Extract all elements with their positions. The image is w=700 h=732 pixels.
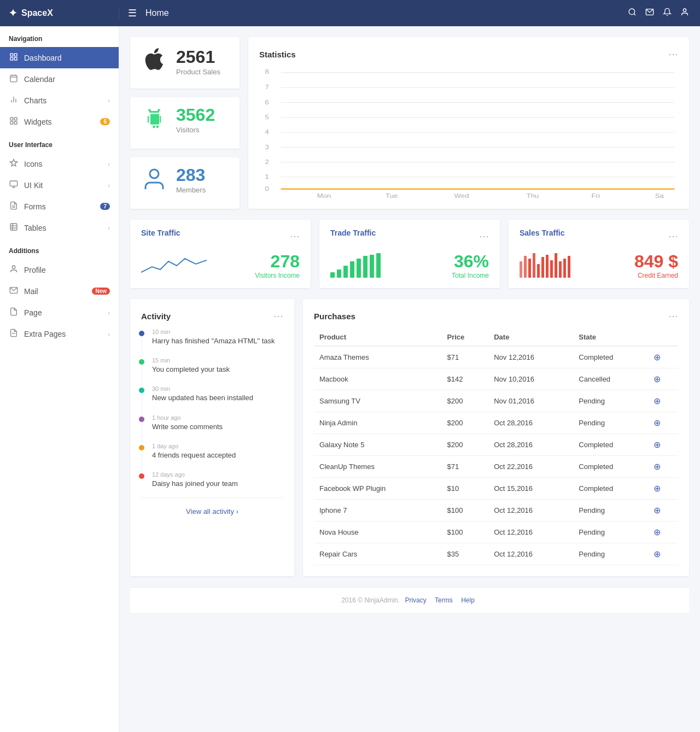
svg-rect-59	[337, 270, 341, 278]
timeline-dot	[139, 473, 144, 479]
site-traffic-content: 278 Visitors Income	[141, 250, 300, 279]
svg-point-29	[12, 266, 15, 268]
col-price: Price	[442, 329, 489, 346]
add-icon[interactable]: ⊕	[654, 374, 661, 384]
android-value: 3562	[176, 106, 215, 124]
mail-icon[interactable]	[645, 8, 654, 19]
col-date: Date	[488, 329, 573, 346]
cell-product: Samsung TV	[314, 390, 442, 412]
add-icon[interactable]: ⊕	[654, 396, 661, 406]
icons-arrow-icon: ›	[108, 161, 110, 167]
menu-toggle-button[interactable]: ☰	[119, 7, 145, 19]
svg-marker-19	[10, 159, 17, 166]
cell-action[interactable]: ⊕	[648, 543, 678, 565]
sidebar-item-icons[interactable]: Icons ›	[0, 153, 119, 174]
timeline-text: 4 friends request accepted	[152, 450, 283, 460]
timeline-time: 1 hour ago	[152, 414, 283, 421]
svg-rect-7	[14, 57, 17, 60]
add-icon[interactable]: ⊕	[654, 484, 661, 493]
cell-action[interactable]: ⊕	[648, 390, 678, 412]
sidebar-item-profile-label: Profile	[24, 266, 110, 274]
bell-icon[interactable]	[663, 8, 672, 19]
mail-sidebar-icon	[9, 286, 19, 296]
cell-action[interactable]: ⊕	[648, 346, 678, 368]
sidebar-item-tables-label: Tables	[24, 224, 102, 232]
mail-badge: New	[92, 288, 110, 295]
sidebar-item-dashboard-label: Dashboard	[24, 54, 110, 62]
user-label: Members	[176, 186, 206, 194]
sidebar-item-tables[interactable]: Tables ›	[0, 217, 119, 238]
add-icon[interactable]: ⊕	[654, 418, 661, 428]
add-icon[interactable]: ⊕	[654, 528, 661, 537]
top-bar: ✦ SpaceX ☰ Home	[0, 0, 700, 26]
sidebar-item-uikit[interactable]: UI Kit ›	[0, 174, 119, 196]
cell-price: $100	[442, 522, 489, 543]
sidebar-item-charts[interactable]: Charts ›	[0, 90, 119, 111]
cell-state: Pending	[573, 390, 648, 412]
svg-rect-71	[541, 257, 544, 278]
footer: 2016 © NinjaAdmin. Privacy Terms Help	[130, 587, 689, 613]
svg-text:Mon: Mon	[317, 192, 331, 198]
add-icon[interactable]: ⊕	[654, 506, 661, 515]
search-icon[interactable]	[628, 8, 637, 19]
table-header-row: Product Price Date State	[314, 329, 678, 346]
svg-text:Fri: Fri	[592, 192, 600, 198]
cell-action[interactable]: ⊕	[648, 368, 678, 390]
sidebar-item-forms[interactable]: Forms 7	[0, 196, 119, 217]
cell-date: Nov 12,2016	[488, 346, 573, 368]
footer-help-link[interactable]: Help	[461, 596, 475, 604]
uikit-arrow-icon: ›	[108, 182, 110, 189]
add-icon[interactable]: ⊕	[654, 353, 661, 362]
add-icon[interactable]: ⊕	[654, 549, 661, 559]
bottom-row: Activity ⋯ 10 min Harry has finished "Am…	[130, 299, 689, 576]
cell-action[interactable]: ⊕	[648, 456, 678, 478]
trade-traffic-sub: Total Income	[452, 272, 489, 279]
footer-terms-link[interactable]: Terms	[435, 596, 453, 604]
trade-traffic-menu-button[interactable]: ⋯	[479, 230, 489, 242]
sidebar-item-icons-label: Icons	[24, 160, 102, 168]
cell-date: Oct 12,2016	[488, 522, 573, 543]
cell-price: $71	[442, 346, 489, 368]
user-icon[interactable]	[680, 8, 689, 19]
tables-icon	[9, 222, 19, 233]
timeline-text: Write some comments	[152, 422, 283, 432]
page-arrow-icon: ›	[108, 309, 110, 316]
add-icon[interactable]: ⊕	[654, 462, 661, 471]
timeline-time: 15 min	[152, 357, 283, 364]
statistics-menu-button[interactable]: ⋯	[668, 48, 678, 60]
cell-action[interactable]: ⊕	[648, 522, 678, 543]
sidebar-item-widgets[interactable]: Widgets 6	[0, 111, 119, 132]
add-icon[interactable]: ⊕	[654, 440, 661, 449]
sidebar-item-calendar[interactable]: Calendar	[0, 68, 119, 90]
user-stat-icon	[141, 166, 167, 194]
footer-privacy-link[interactable]: Privacy	[405, 596, 426, 604]
view-all-link[interactable]: View all activity ›	[186, 507, 238, 516]
cell-price: $200	[442, 390, 489, 412]
sidebar-item-page[interactable]: Page ›	[0, 302, 119, 323]
activity-menu-button[interactable]: ⋯	[273, 310, 283, 322]
sidebar-item-extrapages[interactable]: Extra Pages ›	[0, 323, 119, 344]
cell-state: Completed	[573, 434, 648, 456]
sales-traffic-menu-button[interactable]: ⋯	[668, 230, 678, 242]
svg-rect-62	[357, 259, 361, 278]
sidebar-item-profile[interactable]: Profile	[0, 259, 119, 280]
trade-traffic-bars	[330, 250, 385, 279]
svg-text:Sa: Sa	[655, 192, 664, 198]
trade-traffic-title: Trade Traffic	[330, 229, 376, 237]
svg-rect-61	[350, 261, 354, 278]
site-traffic-value: 278	[255, 251, 300, 272]
sidebar-item-dashboard[interactable]: Dashboard	[0, 47, 119, 68]
cell-action[interactable]: ⊕	[648, 478, 678, 500]
brand: ✦ SpaceX	[0, 7, 119, 19]
sidebar-item-widgets-label: Widgets	[24, 118, 95, 126]
sidebar-item-mail[interactable]: Mail New	[0, 280, 119, 302]
site-traffic-header: Site Traffic ⋯	[141, 229, 300, 244]
apple-value: 2561	[176, 48, 220, 66]
cell-action[interactable]: ⊕	[648, 434, 678, 456]
cell-action[interactable]: ⊕	[648, 500, 678, 522]
purchases-menu-button[interactable]: ⋯	[668, 310, 678, 322]
view-all-activity[interactable]: View all activity ›	[141, 497, 283, 516]
site-traffic-menu-button[interactable]: ⋯	[290, 230, 300, 242]
cell-action[interactable]: ⊕	[648, 412, 678, 434]
sidebar-item-uikit-label: UI Kit	[24, 181, 102, 190]
